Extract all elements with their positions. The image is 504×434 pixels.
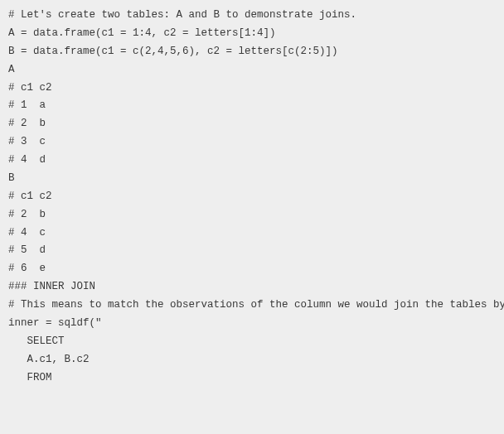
- code-line: B = data.frame(c1 = c(2,4,5,6), c2 = let…: [8, 43, 496, 61]
- code-line: # This means to match the observations o…: [8, 297, 496, 315]
- code-line: B: [8, 170, 496, 188]
- code-line: # 3 c: [8, 133, 496, 152]
- code-line: # 4 d: [8, 152, 496, 170]
- code-line: SELECT: [8, 333, 496, 351]
- code-line: # c1 c2: [8, 80, 496, 98]
- code-line: # c1 c2: [8, 188, 496, 206]
- code-line: # 1 a: [8, 97, 496, 115]
- code-line: # 5 d: [8, 242, 496, 260]
- code-line: # 2 b: [8, 115, 496, 133]
- code-line: A.c1, B.c2: [8, 351, 496, 369]
- code-line: FROM: [8, 369, 496, 388]
- code-line: # Let's create two tables: A and B to de…: [8, 7, 496, 25]
- code-line: # 6 e: [8, 260, 496, 278]
- code-line: A = data.frame(c1 = 1:4, c2 = letters[1:…: [8, 25, 496, 43]
- code-line: # 2 b: [8, 206, 496, 224]
- code-line: # 4 c: [8, 224, 496, 243]
- code-block: # Let's create two tables: A and B to de…: [8, 7, 496, 387]
- code-line: inner = sqldf(": [8, 315, 496, 333]
- code-line: ### INNER JOIN: [8, 278, 496, 297]
- code-line: A: [8, 61, 496, 80]
